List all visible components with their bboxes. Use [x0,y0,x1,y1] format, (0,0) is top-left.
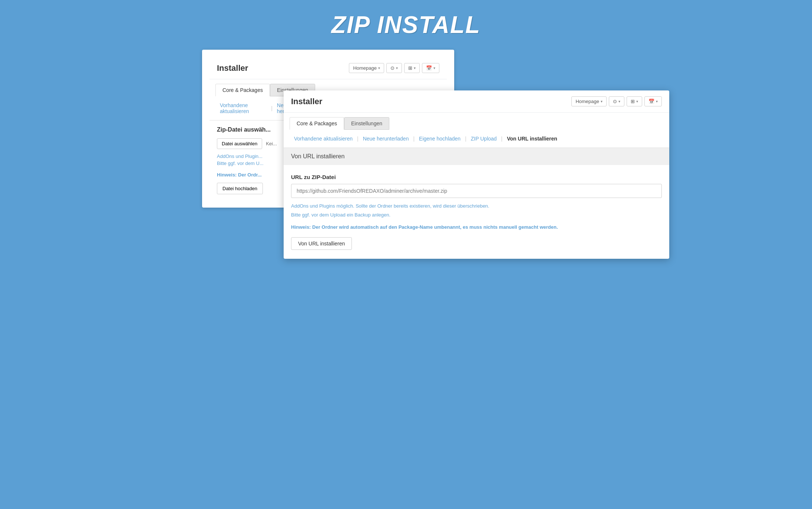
back-homepage-label: Homepage [353,65,377,71]
front-tabs-row: Core & Packages Einstellungen [284,113,669,130]
front-calendar-button[interactable]: 📅 ▾ [644,96,662,106]
back-calendar-button[interactable]: 📅 ▾ [422,63,439,73]
back-file-placeholder: Kei... [266,141,277,146]
front-calendar-icon: 📅 [648,99,654,104]
front-nav-url[interactable]: Von URL installieren [502,134,562,143]
back-header-buttons: Homepage ▾ ⊙ ▾ ⊞ ▾ 📅 ▾ [349,63,439,73]
front-section-header: Von URL installieren [284,148,669,165]
front-card: Installer Homepage ▾ ⊙ ▾ ⊞ ▾ 📅 ▾ [284,90,669,259]
front-nav-vorhandene[interactable]: Vorhandene aktualisieren [290,134,357,143]
front-grid-button[interactable]: ⊞ ▾ [627,96,642,106]
back-homepage-chevron: ▾ [378,66,380,70]
front-clock-icon: ⊙ [613,99,617,104]
front-section-body: URL zu ZIP-Datei AddOns und Plugins mögl… [284,165,669,259]
front-homepage-chevron: ▾ [601,99,603,103]
front-card-header: Installer Homepage ▾ ⊙ ▾ ⊞ ▾ 📅 ▾ [284,90,669,113]
front-nav-neue[interactable]: Neue herunterladen [359,134,413,143]
back-nav-vorhandene[interactable]: Vorhandene aktualisieren [215,101,271,116]
front-homepage-button[interactable]: Homepage ▾ [571,96,607,106]
front-help-line2: Bitte ggf. vor dem Upload ein Backup anl… [291,211,662,219]
front-calendar-chevron: ▾ [656,99,658,103]
back-clock-chevron: ▾ [396,66,398,70]
front-nav-eigene[interactable]: Eigene hochladen [415,134,465,143]
back-tab-core-packages[interactable]: Core & Packages [215,84,270,96]
back-card-title: Installer [217,63,248,73]
back-grid-icon: ⊞ [408,65,412,71]
back-clock-button[interactable]: ⊙ ▾ [386,63,402,73]
front-help-line1: AddOns und Plugins möglich. Sollte der O… [291,202,662,210]
front-header-buttons: Homepage ▾ ⊙ ▾ ⊞ ▾ 📅 ▾ [571,96,662,106]
install-url-button[interactable]: Von URL installieren [291,237,352,250]
back-calendar-icon: 📅 [426,65,432,71]
front-grid-chevron: ▾ [636,99,638,103]
front-clock-button[interactable]: ⊙ ▾ [609,96,624,106]
front-nav-links: Vorhandene aktualisieren | Neue herunter… [284,130,669,148]
page-title: ZIP INSTALL [331,11,481,39]
front-card-title: Installer [291,97,322,106]
back-card-header: Installer Homepage ▾ ⊙ ▾ ⊞ ▾ 📅 ▾ [209,57,447,79]
back-grid-chevron: ▾ [414,66,416,70]
url-input[interactable] [291,184,662,198]
back-homepage-button[interactable]: Homepage ▾ [349,63,384,73]
front-nav-zip[interactable]: ZIP Upload [466,134,501,143]
back-clock-icon: ⊙ [390,65,395,71]
front-grid-icon: ⊞ [631,99,635,104]
front-tab-core-packages[interactable]: Core & Packages [290,117,344,130]
back-calendar-chevron: ▾ [433,66,435,70]
front-note: Hinweis: Der Ordner wird automatisch auf… [291,224,662,230]
front-tab-einstellungen[interactable]: Einstellungen [344,117,389,130]
back-upload-button[interactable]: Datei hochladen [217,183,263,194]
back-file-choose-button[interactable]: Datei auswählen [217,138,262,149]
front-clock-chevron: ▾ [618,99,620,103]
front-homepage-label: Homepage [575,99,599,104]
back-grid-button[interactable]: ⊞ ▾ [404,63,420,73]
front-field-label: URL zu ZIP-Datei [291,174,662,180]
cards-container: Installer Homepage ▾ ⊙ ▾ ⊞ ▾ 📅 ▾ [202,50,610,302]
